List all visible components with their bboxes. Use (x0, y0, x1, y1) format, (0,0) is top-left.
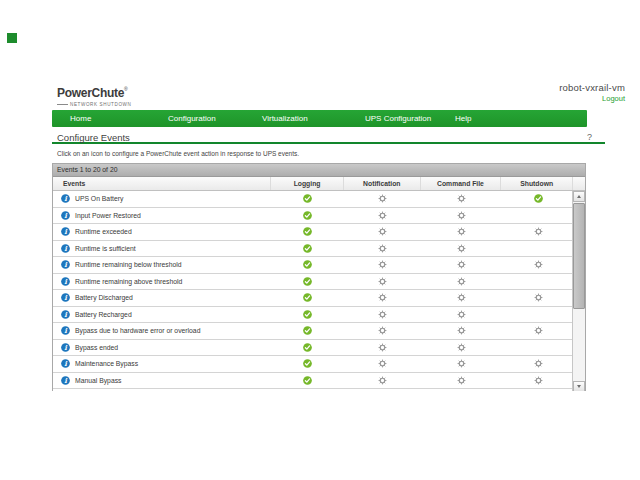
shutdown-cell[interactable] (502, 257, 574, 273)
scroll-up-button[interactable] (573, 191, 585, 202)
check-circle-icon[interactable] (303, 359, 312, 368)
info-icon[interactable]: i (61, 244, 70, 253)
notification-cell[interactable] (344, 274, 421, 290)
notification-cell[interactable] (344, 241, 421, 257)
scroll-down-button[interactable] (573, 381, 585, 391)
shutdown-cell[interactable] (502, 373, 574, 389)
command-file-cell[interactable] (421, 224, 502, 240)
check-circle-icon[interactable] (303, 376, 312, 385)
nav-item-ups-configuration[interactable]: UPS Configuration (365, 114, 431, 123)
gear-icon[interactable] (378, 211, 387, 220)
gear-icon[interactable] (457, 277, 466, 286)
logging-cell[interactable] (271, 224, 344, 240)
logging-cell[interactable] (271, 191, 344, 207)
command-file-cell[interactable] (421, 274, 502, 290)
info-icon[interactable]: i (61, 376, 70, 385)
command-file-cell[interactable] (421, 208, 502, 224)
shutdown-cell[interactable] (502, 340, 574, 356)
logging-cell[interactable] (271, 290, 344, 306)
logout-link[interactable]: Logout (559, 94, 625, 103)
check-circle-icon[interactable] (303, 211, 312, 220)
gear-icon[interactable] (457, 260, 466, 269)
notification-cell[interactable] (344, 356, 421, 372)
help-question-link[interactable]: ? (587, 132, 592, 142)
gear-icon[interactable] (534, 293, 543, 302)
nav-item-virtualization[interactable]: Virtualization (262, 114, 308, 123)
gear-icon[interactable] (457, 244, 466, 253)
shutdown-cell[interactable] (502, 224, 574, 240)
gear-icon[interactable] (457, 376, 466, 385)
gear-icon[interactable] (534, 260, 543, 269)
notification-cell[interactable] (344, 323, 421, 339)
gear-icon[interactable] (457, 359, 466, 368)
gear-icon[interactable] (534, 326, 543, 335)
scrollbar-thumb[interactable] (573, 203, 585, 309)
logging-cell[interactable] (271, 241, 344, 257)
check-circle-icon[interactable] (303, 244, 312, 253)
command-file-cell[interactable] (421, 340, 502, 356)
check-circle-icon[interactable] (303, 260, 312, 269)
notification-cell[interactable] (344, 191, 421, 207)
info-icon[interactable]: i (61, 359, 70, 368)
shutdown-cell[interactable] (502, 241, 574, 257)
check-circle-icon[interactable] (303, 310, 312, 319)
notification-cell[interactable] (344, 290, 421, 306)
gear-icon[interactable] (378, 326, 387, 335)
check-circle-icon[interactable] (303, 194, 312, 203)
nav-item-help[interactable]: Help (455, 114, 471, 123)
check-circle-icon[interactable] (534, 194, 543, 203)
gear-icon[interactable] (457, 326, 466, 335)
info-icon[interactable]: i (61, 310, 70, 319)
command-file-cell[interactable] (421, 356, 502, 372)
shutdown-cell[interactable] (502, 191, 574, 207)
notification-cell[interactable] (344, 307, 421, 323)
gear-icon[interactable] (378, 227, 387, 236)
gear-icon[interactable] (378, 244, 387, 253)
gear-icon[interactable] (457, 343, 466, 352)
gear-icon[interactable] (534, 376, 543, 385)
nav-item-configuration[interactable]: Configuration (168, 114, 216, 123)
info-icon[interactable]: i (61, 260, 70, 269)
command-file-cell[interactable] (421, 373, 502, 389)
check-circle-icon[interactable] (303, 277, 312, 286)
gear-icon[interactable] (378, 277, 387, 286)
gear-icon[interactable] (378, 310, 387, 319)
command-file-cell[interactable] (421, 290, 502, 306)
shutdown-cell[interactable] (502, 356, 574, 372)
logging-cell[interactable] (271, 208, 344, 224)
gear-icon[interactable] (457, 293, 466, 302)
gear-icon[interactable] (378, 359, 387, 368)
gear-icon[interactable] (378, 260, 387, 269)
gear-icon[interactable] (534, 359, 543, 368)
command-file-cell[interactable] (421, 257, 502, 273)
logging-cell[interactable] (271, 274, 344, 290)
notification-cell[interactable] (344, 340, 421, 356)
gear-icon[interactable] (457, 211, 466, 220)
shutdown-cell[interactable] (502, 307, 574, 323)
check-circle-icon[interactable] (303, 343, 312, 352)
shutdown-cell[interactable] (502, 323, 574, 339)
shutdown-cell[interactable] (502, 274, 574, 290)
info-icon[interactable]: i (61, 277, 70, 286)
notification-cell[interactable] (344, 224, 421, 240)
check-circle-icon[interactable] (303, 326, 312, 335)
gear-icon[interactable] (378, 343, 387, 352)
command-file-cell[interactable] (421, 323, 502, 339)
vertical-scrollbar[interactable] (572, 191, 585, 391)
check-circle-icon[interactable] (303, 293, 312, 302)
logging-cell[interactable] (271, 323, 344, 339)
command-file-cell[interactable] (421, 241, 502, 257)
gear-icon[interactable] (378, 293, 387, 302)
logging-cell[interactable] (271, 307, 344, 323)
gear-icon[interactable] (457, 227, 466, 236)
nav-item-home[interactable]: Home (70, 114, 91, 123)
info-icon[interactable]: i (61, 194, 70, 203)
info-icon[interactable]: i (61, 343, 70, 352)
gear-icon[interactable] (457, 194, 466, 203)
notification-cell[interactable] (344, 208, 421, 224)
logging-cell[interactable] (271, 373, 344, 389)
notification-cell[interactable] (344, 373, 421, 389)
notification-cell[interactable] (344, 257, 421, 273)
gear-icon[interactable] (378, 194, 387, 203)
logging-cell[interactable] (271, 340, 344, 356)
